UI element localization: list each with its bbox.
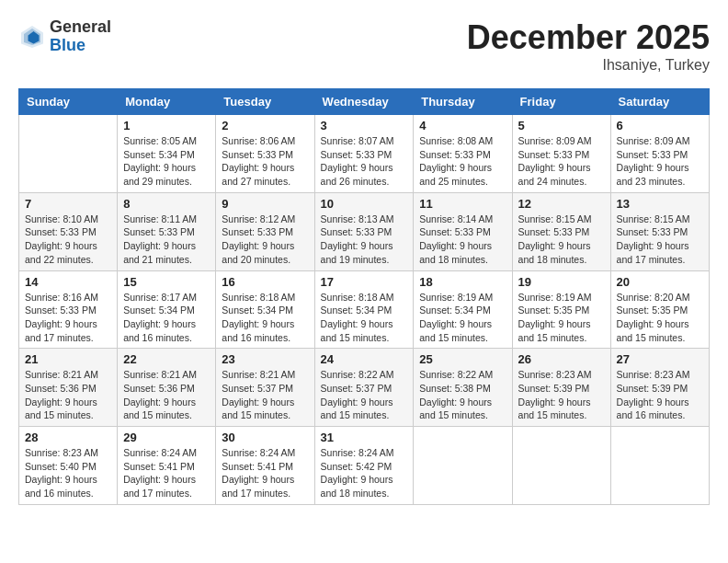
day-info: Sunrise: 8:23 AM Sunset: 5:39 PM Dayligh… bbox=[617, 368, 703, 422]
day-cell: 7Sunrise: 8:10 AM Sunset: 5:33 PM Daylig… bbox=[19, 192, 118, 270]
day-number: 4 bbox=[419, 119, 506, 132]
day-number: 27 bbox=[617, 352, 703, 366]
day-info: Sunrise: 8:24 AM Sunset: 5:41 PM Dayligh… bbox=[123, 446, 210, 500]
day-cell bbox=[414, 427, 512, 505]
day-info: Sunrise: 8:08 AM Sunset: 5:33 PM Dayligh… bbox=[419, 134, 506, 189]
day-cell: 18Sunrise: 8:19 AM Sunset: 5:34 PM Dayli… bbox=[414, 270, 512, 349]
day-info: Sunrise: 8:19 AM Sunset: 5:35 PM Dayligh… bbox=[518, 291, 605, 345]
day-cell: 21Sunrise: 8:21 AM Sunset: 5:36 PM Dayli… bbox=[19, 349, 118, 427]
logo-blue: Blue bbox=[50, 36, 85, 54]
day-number: 8 bbox=[123, 197, 210, 211]
day-cell: 29Sunrise: 8:24 AM Sunset: 5:41 PM Dayli… bbox=[118, 427, 216, 505]
day-cell bbox=[512, 427, 610, 505]
logo-text: General Blue bbox=[50, 18, 111, 55]
day-number: 10 bbox=[321, 197, 408, 211]
calendar-table: Sunday Monday Tuesday Wednesday Thursday… bbox=[18, 88, 710, 505]
day-number: 31 bbox=[321, 431, 408, 444]
day-cell bbox=[19, 115, 118, 193]
day-number: 25 bbox=[419, 352, 506, 366]
logo-icon bbox=[18, 23, 46, 51]
day-info: Sunrise: 8:09 AM Sunset: 5:33 PM Dayligh… bbox=[617, 134, 703, 189]
day-number: 1 bbox=[123, 119, 210, 132]
calendar-header: Sunday Monday Tuesday Wednesday Thursday… bbox=[19, 89, 710, 115]
day-info: Sunrise: 8:15 AM Sunset: 5:33 PM Dayligh… bbox=[617, 213, 703, 267]
day-cell: 23Sunrise: 8:21 AM Sunset: 5:37 PM Dayli… bbox=[216, 349, 314, 427]
day-info: Sunrise: 8:23 AM Sunset: 5:39 PM Dayligh… bbox=[518, 368, 605, 422]
day-number: 19 bbox=[518, 275, 605, 289]
day-cell: 17Sunrise: 8:18 AM Sunset: 5:34 PM Dayli… bbox=[314, 270, 414, 349]
day-info: Sunrise: 8:15 AM Sunset: 5:33 PM Dayligh… bbox=[518, 213, 605, 267]
col-thursday: Thursday bbox=[414, 89, 512, 115]
day-number: 24 bbox=[321, 352, 408, 366]
col-wednesday: Wednesday bbox=[314, 89, 414, 115]
col-saturday: Saturday bbox=[610, 89, 709, 115]
day-info: Sunrise: 8:05 AM Sunset: 5:34 PM Dayligh… bbox=[123, 134, 210, 189]
day-number: 23 bbox=[222, 352, 308, 366]
day-number: 20 bbox=[617, 275, 703, 289]
col-sunday: Sunday bbox=[19, 89, 118, 115]
week-row-2: 7Sunrise: 8:10 AM Sunset: 5:33 PM Daylig… bbox=[19, 192, 710, 270]
day-number: 16 bbox=[222, 275, 308, 289]
day-cell: 31Sunrise: 8:24 AM Sunset: 5:42 PM Dayli… bbox=[314, 427, 414, 505]
day-number: 29 bbox=[123, 431, 210, 444]
month-title: December 2025 bbox=[467, 18, 710, 57]
day-cell: 27Sunrise: 8:23 AM Sunset: 5:39 PM Dayli… bbox=[610, 349, 709, 427]
day-cell: 13Sunrise: 8:15 AM Sunset: 5:33 PM Dayli… bbox=[610, 192, 709, 270]
day-cell: 22Sunrise: 8:21 AM Sunset: 5:36 PM Dayli… bbox=[118, 349, 216, 427]
calendar-body: 1Sunrise: 8:05 AM Sunset: 5:34 PM Daylig… bbox=[19, 115, 710, 505]
day-info: Sunrise: 8:09 AM Sunset: 5:33 PM Dayligh… bbox=[518, 134, 605, 189]
day-info: Sunrise: 8:12 AM Sunset: 5:33 PM Dayligh… bbox=[222, 213, 308, 267]
day-info: Sunrise: 8:22 AM Sunset: 5:38 PM Dayligh… bbox=[419, 368, 506, 422]
day-number: 14 bbox=[25, 275, 111, 289]
day-cell: 9Sunrise: 8:12 AM Sunset: 5:33 PM Daylig… bbox=[216, 192, 314, 270]
day-cell: 15Sunrise: 8:17 AM Sunset: 5:34 PM Dayli… bbox=[118, 270, 216, 349]
day-cell: 14Sunrise: 8:16 AM Sunset: 5:33 PM Dayli… bbox=[19, 270, 118, 349]
day-number: 18 bbox=[419, 275, 506, 289]
week-row-4: 21Sunrise: 8:21 AM Sunset: 5:36 PM Dayli… bbox=[19, 349, 710, 427]
day-cell: 11Sunrise: 8:14 AM Sunset: 5:33 PM Dayli… bbox=[414, 192, 512, 270]
col-friday: Friday bbox=[512, 89, 610, 115]
col-tuesday: Tuesday bbox=[216, 89, 314, 115]
day-info: Sunrise: 8:24 AM Sunset: 5:42 PM Dayligh… bbox=[321, 446, 408, 500]
day-cell: 26Sunrise: 8:23 AM Sunset: 5:39 PM Dayli… bbox=[512, 349, 610, 427]
day-number: 9 bbox=[222, 197, 308, 211]
day-cell: 28Sunrise: 8:23 AM Sunset: 5:40 PM Dayli… bbox=[19, 427, 118, 505]
day-number: 26 bbox=[518, 352, 605, 366]
day-cell: 3Sunrise: 8:07 AM Sunset: 5:33 PM Daylig… bbox=[314, 115, 414, 193]
day-cell: 12Sunrise: 8:15 AM Sunset: 5:33 PM Dayli… bbox=[512, 192, 610, 270]
day-info: Sunrise: 8:21 AM Sunset: 5:36 PM Dayligh… bbox=[123, 368, 210, 422]
week-row-5: 28Sunrise: 8:23 AM Sunset: 5:40 PM Dayli… bbox=[19, 427, 710, 505]
logo-general: General bbox=[50, 17, 111, 36]
day-number: 5 bbox=[518, 119, 605, 132]
day-number: 11 bbox=[419, 197, 506, 211]
day-info: Sunrise: 8:19 AM Sunset: 5:34 PM Dayligh… bbox=[419, 291, 506, 345]
day-info: Sunrise: 8:07 AM Sunset: 5:33 PM Dayligh… bbox=[321, 134, 408, 189]
day-number: 30 bbox=[222, 431, 308, 444]
day-cell: 4Sunrise: 8:08 AM Sunset: 5:33 PM Daylig… bbox=[414, 115, 512, 193]
day-info: Sunrise: 8:14 AM Sunset: 5:33 PM Dayligh… bbox=[419, 213, 506, 267]
day-number: 3 bbox=[321, 119, 408, 132]
day-cell: 25Sunrise: 8:22 AM Sunset: 5:38 PM Dayli… bbox=[414, 349, 512, 427]
day-info: Sunrise: 8:20 AM Sunset: 5:35 PM Dayligh… bbox=[617, 291, 703, 345]
day-cell: 19Sunrise: 8:19 AM Sunset: 5:35 PM Dayli… bbox=[512, 270, 610, 349]
title-block: December 2025 Ihsaniye, Turkey bbox=[467, 18, 710, 74]
day-number: 2 bbox=[222, 119, 308, 132]
day-number: 7 bbox=[25, 197, 111, 211]
day-info: Sunrise: 8:23 AM Sunset: 5:40 PM Dayligh… bbox=[25, 446, 111, 500]
day-cell: 5Sunrise: 8:09 AM Sunset: 5:33 PM Daylig… bbox=[512, 115, 610, 193]
week-row-1: 1Sunrise: 8:05 AM Sunset: 5:34 PM Daylig… bbox=[19, 115, 710, 193]
day-info: Sunrise: 8:16 AM Sunset: 5:33 PM Dayligh… bbox=[25, 291, 111, 345]
day-info: Sunrise: 8:10 AM Sunset: 5:33 PM Dayligh… bbox=[25, 213, 111, 267]
day-number: 28 bbox=[25, 431, 111, 444]
day-number: 17 bbox=[321, 275, 408, 289]
week-row-3: 14Sunrise: 8:16 AM Sunset: 5:33 PM Dayli… bbox=[19, 270, 710, 349]
day-number: 13 bbox=[617, 197, 703, 211]
day-number: 6 bbox=[617, 119, 703, 132]
location-subtitle: Ihsaniye, Turkey bbox=[467, 57, 710, 74]
day-info: Sunrise: 8:17 AM Sunset: 5:34 PM Dayligh… bbox=[123, 291, 210, 345]
day-info: Sunrise: 8:22 AM Sunset: 5:37 PM Dayligh… bbox=[321, 368, 408, 422]
day-cell: 2Sunrise: 8:06 AM Sunset: 5:33 PM Daylig… bbox=[216, 115, 314, 193]
day-cell: 10Sunrise: 8:13 AM Sunset: 5:33 PM Dayli… bbox=[314, 192, 414, 270]
day-cell: 6Sunrise: 8:09 AM Sunset: 5:33 PM Daylig… bbox=[610, 115, 709, 193]
page-header: General Blue December 2025 Ihsaniye, Tur… bbox=[18, 18, 710, 74]
